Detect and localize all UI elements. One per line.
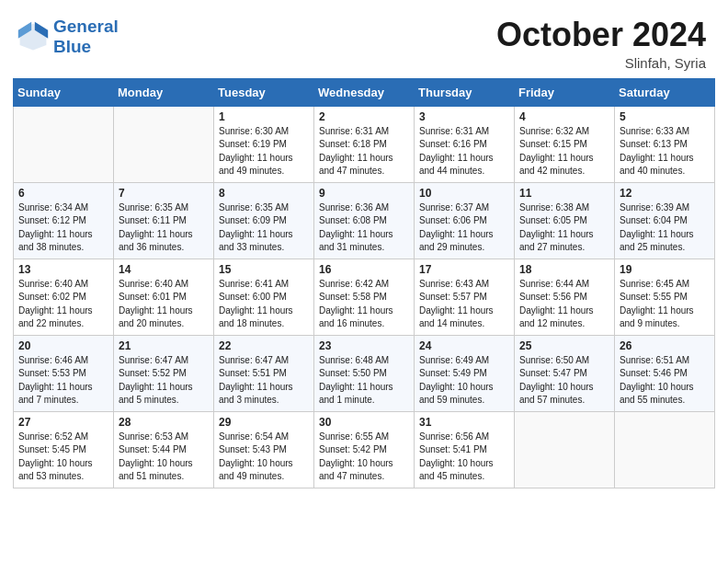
day-number: 15: [219, 263, 309, 276]
calendar-week-5: 27Sunrise: 6:52 AM Sunset: 5:45 PM Dayli…: [14, 411, 715, 488]
day-info: Sunrise: 6:30 AM Sunset: 6:19 PM Dayligh…: [219, 125, 309, 178]
calendar-cell: 15Sunrise: 6:41 AM Sunset: 6:00 PM Dayli…: [214, 259, 314, 335]
calendar-cell: 3Sunrise: 6:31 AM Sunset: 6:16 PM Daylig…: [415, 106, 515, 182]
calendar-cell: 27Sunrise: 6:52 AM Sunset: 5:45 PM Dayli…: [14, 411, 114, 488]
location-subtitle: Slinfah, Syria: [496, 55, 706, 71]
calendar-cell: 4Sunrise: 6:32 AM Sunset: 6:15 PM Daylig…: [515, 106, 615, 182]
day-info: Sunrise: 6:40 AM Sunset: 6:01 PM Dayligh…: [119, 278, 209, 331]
calendar-header: SundayMondayTuesdayWednesdayThursdayFrid…: [14, 78, 715, 106]
day-number: 14: [119, 263, 209, 276]
calendar-cell: 10Sunrise: 6:37 AM Sunset: 6:06 PM Dayli…: [415, 182, 515, 259]
calendar-week-1: 1Sunrise: 6:30 AM Sunset: 6:19 PM Daylig…: [14, 106, 715, 182]
day-number: 30: [319, 416, 409, 429]
calendar-cell: 25Sunrise: 6:50 AM Sunset: 5:47 PM Dayli…: [515, 335, 615, 411]
day-number: 21: [119, 339, 209, 352]
day-info: Sunrise: 6:54 AM Sunset: 5:43 PM Dayligh…: [219, 431, 309, 484]
day-info: Sunrise: 6:35 AM Sunset: 6:09 PM Dayligh…: [219, 201, 309, 255]
day-info: Sunrise: 6:44 AM Sunset: 5:56 PM Dayligh…: [519, 278, 609, 331]
calendar-cell: 9Sunrise: 6:36 AM Sunset: 6:08 PM Daylig…: [314, 182, 415, 259]
day-number: 11: [519, 187, 609, 200]
day-number: 5: [620, 110, 710, 123]
calendar-cell: 21Sunrise: 6:47 AM Sunset: 5:52 PM Dayli…: [114, 335, 214, 411]
day-info: Sunrise: 6:48 AM Sunset: 5:50 PM Dayligh…: [319, 354, 409, 408]
day-info: Sunrise: 6:49 AM Sunset: 5:49 PM Dayligh…: [419, 354, 509, 408]
calendar-cell: [14, 106, 114, 182]
day-number: 17: [419, 263, 509, 276]
day-number: 12: [620, 187, 710, 200]
day-info: Sunrise: 6:31 AM Sunset: 6:16 PM Dayligh…: [419, 125, 509, 178]
calendar-week-2: 6Sunrise: 6:34 AM Sunset: 6:12 PM Daylig…: [14, 182, 715, 259]
calendar-cell: 30Sunrise: 6:55 AM Sunset: 5:42 PM Dayli…: [314, 411, 415, 488]
calendar-cell: 23Sunrise: 6:48 AM Sunset: 5:50 PM Dayli…: [314, 335, 415, 411]
calendar-cell: 1Sunrise: 6:30 AM Sunset: 6:19 PM Daylig…: [214, 106, 314, 182]
day-info: Sunrise: 6:31 AM Sunset: 6:18 PM Dayligh…: [319, 125, 409, 178]
month-title: October 2024: [496, 17, 706, 53]
day-info: Sunrise: 6:51 AM Sunset: 5:46 PM Dayligh…: [620, 354, 710, 408]
day-number: 25: [519, 339, 609, 352]
day-number: 8: [219, 187, 309, 200]
calendar-cell: 20Sunrise: 6:46 AM Sunset: 5:53 PM Dayli…: [14, 335, 114, 411]
day-number: 31: [419, 416, 509, 429]
logo: General Blue: [17, 17, 119, 57]
day-info: Sunrise: 6:41 AM Sunset: 6:00 PM Dayligh…: [219, 278, 309, 331]
calendar-cell: 24Sunrise: 6:49 AM Sunset: 5:49 PM Dayli…: [415, 335, 515, 411]
calendar-cell: 13Sunrise: 6:40 AM Sunset: 6:02 PM Dayli…: [14, 259, 114, 335]
day-info: Sunrise: 6:36 AM Sunset: 6:08 PM Dayligh…: [319, 201, 409, 255]
day-info: Sunrise: 6:32 AM Sunset: 6:15 PM Dayligh…: [519, 125, 609, 178]
day-info: Sunrise: 6:45 AM Sunset: 5:55 PM Dayligh…: [620, 278, 710, 331]
day-header-wednesday: Wednesday: [314, 78, 415, 106]
calendar-cell: 16Sunrise: 6:42 AM Sunset: 5:58 PM Dayli…: [314, 259, 415, 335]
calendar-week-4: 20Sunrise: 6:46 AM Sunset: 5:53 PM Dayli…: [14, 335, 715, 411]
day-number: 16: [319, 263, 409, 276]
day-info: Sunrise: 6:42 AM Sunset: 5:58 PM Dayligh…: [319, 278, 409, 331]
day-number: 28: [119, 416, 209, 429]
calendar-cell: [515, 411, 615, 488]
day-number: 19: [620, 263, 710, 276]
calendar-table: SundayMondayTuesdayWednesdayThursdayFrid…: [13, 78, 715, 488]
day-header-thursday: Thursday: [415, 78, 515, 106]
header-row: SundayMondayTuesdayWednesdayThursdayFrid…: [14, 78, 715, 106]
calendar-cell: 18Sunrise: 6:44 AM Sunset: 5:56 PM Dayli…: [515, 259, 615, 335]
calendar-cell: 12Sunrise: 6:39 AM Sunset: 6:04 PM Dayli…: [615, 182, 715, 259]
day-info: Sunrise: 6:39 AM Sunset: 6:04 PM Dayligh…: [620, 201, 710, 255]
day-header-monday: Monday: [114, 78, 214, 106]
day-number: 20: [18, 339, 108, 352]
day-number: 10: [419, 187, 509, 200]
day-number: 27: [18, 416, 108, 429]
day-info: Sunrise: 6:50 AM Sunset: 5:47 PM Dayligh…: [519, 354, 609, 408]
day-info: Sunrise: 6:37 AM Sunset: 6:06 PM Dayligh…: [419, 201, 509, 255]
calendar-body: 1Sunrise: 6:30 AM Sunset: 6:19 PM Daylig…: [14, 106, 715, 488]
calendar-cell: 26Sunrise: 6:51 AM Sunset: 5:46 PM Dayli…: [615, 335, 715, 411]
day-number: 6: [18, 187, 108, 200]
calendar-cell: 19Sunrise: 6:45 AM Sunset: 5:55 PM Dayli…: [615, 259, 715, 335]
day-number: 1: [219, 110, 309, 123]
day-number: 2: [319, 110, 409, 123]
calendar-cell: 2Sunrise: 6:31 AM Sunset: 6:18 PM Daylig…: [314, 106, 415, 182]
day-info: Sunrise: 6:53 AM Sunset: 5:44 PM Dayligh…: [119, 431, 209, 484]
day-info: Sunrise: 6:47 AM Sunset: 5:52 PM Dayligh…: [119, 354, 209, 408]
logo-icon: [17, 20, 50, 53]
day-header-sunday: Sunday: [14, 78, 114, 106]
day-info: Sunrise: 6:43 AM Sunset: 5:57 PM Dayligh…: [419, 278, 509, 331]
calendar-cell: 5Sunrise: 6:33 AM Sunset: 6:13 PM Daylig…: [615, 106, 715, 182]
day-number: 23: [319, 339, 409, 352]
day-number: 4: [519, 110, 609, 123]
day-info: Sunrise: 6:40 AM Sunset: 6:02 PM Dayligh…: [18, 278, 108, 331]
day-info: Sunrise: 6:52 AM Sunset: 5:45 PM Dayligh…: [18, 431, 108, 484]
day-info: Sunrise: 6:33 AM Sunset: 6:13 PM Dayligh…: [620, 125, 710, 178]
page-header: General Blue October 2024 Slinfah, Syria: [0, 0, 728, 78]
day-info: Sunrise: 6:47 AM Sunset: 5:51 PM Dayligh…: [219, 354, 309, 408]
day-number: 24: [419, 339, 509, 352]
calendar: SundayMondayTuesdayWednesdayThursdayFrid…: [0, 78, 728, 501]
day-info: Sunrise: 6:46 AM Sunset: 5:53 PM Dayligh…: [18, 354, 108, 408]
calendar-cell: 31Sunrise: 6:56 AM Sunset: 5:41 PM Dayli…: [415, 411, 515, 488]
day-header-saturday: Saturday: [615, 78, 715, 106]
logo-text: General: [53, 17, 119, 37]
day-info: Sunrise: 6:38 AM Sunset: 6:05 PM Dayligh…: [519, 201, 609, 255]
day-number: 18: [519, 263, 609, 276]
day-number: 13: [18, 263, 108, 276]
calendar-cell: [615, 411, 715, 488]
calendar-cell: 11Sunrise: 6:38 AM Sunset: 6:05 PM Dayli…: [515, 182, 615, 259]
calendar-cell: 14Sunrise: 6:40 AM Sunset: 6:01 PM Dayli…: [114, 259, 214, 335]
day-header-friday: Friday: [515, 78, 615, 106]
